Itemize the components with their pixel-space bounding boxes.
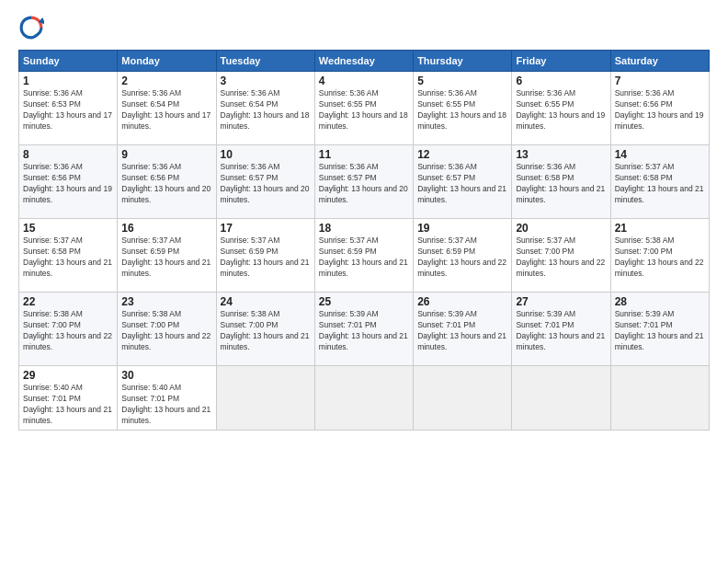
calendar-cell: 6 Sunrise: 5:36 AMSunset: 6:55 PMDayligh… bbox=[512, 72, 610, 145]
calendar-cell: 15 Sunrise: 5:37 AMSunset: 6:58 PMDaylig… bbox=[19, 219, 118, 293]
calendar-cell: 27 Sunrise: 5:39 AMSunset: 7:01 PMDaylig… bbox=[512, 293, 610, 366]
day-info: Sunrise: 5:37 AMSunset: 6:58 PMDaylight:… bbox=[615, 162, 705, 206]
day-number: 18 bbox=[319, 222, 409, 235]
day-info: Sunrise: 5:38 AMSunset: 7:00 PMDaylight:… bbox=[121, 309, 211, 353]
day-number: 25 bbox=[319, 295, 409, 308]
day-number: 10 bbox=[221, 148, 311, 161]
calendar-cell: 25 Sunrise: 5:39 AMSunset: 7:01 PMDaylig… bbox=[314, 293, 413, 366]
day-info: Sunrise: 5:39 AMSunset: 7:01 PMDaylight:… bbox=[417, 309, 507, 353]
calendar-cell: 29 Sunrise: 5:40 AMSunset: 7:01 PMDaylig… bbox=[19, 366, 118, 431]
day-info: Sunrise: 5:37 AMSunset: 6:59 PMDaylight:… bbox=[121, 236, 211, 280]
day-number: 20 bbox=[516, 222, 606, 235]
day-number: 24 bbox=[221, 295, 311, 308]
day-info: Sunrise: 5:36 AMSunset: 6:53 PMDaylight:… bbox=[23, 88, 113, 132]
weekday-friday: Friday bbox=[512, 51, 610, 72]
day-info: Sunrise: 5:37 AMSunset: 6:59 PMDaylight:… bbox=[417, 236, 507, 280]
calendar-cell: 22 Sunrise: 5:38 AMSunset: 7:00 PMDaylig… bbox=[19, 293, 118, 366]
weekday-saturday: Saturday bbox=[610, 51, 709, 72]
day-number: 28 bbox=[615, 295, 705, 308]
calendar-cell: 3 Sunrise: 5:36 AMSunset: 6:54 PMDayligh… bbox=[216, 72, 314, 145]
day-number: 6 bbox=[516, 75, 606, 87]
calendar-cell bbox=[414, 366, 512, 431]
day-number: 8 bbox=[23, 148, 113, 161]
day-number: 5 bbox=[417, 75, 507, 87]
day-number: 26 bbox=[417, 295, 507, 308]
day-info: Sunrise: 5:36 AMSunset: 6:55 PMDaylight:… bbox=[417, 88, 507, 132]
calendar-cell bbox=[216, 366, 314, 431]
calendar-cell: 23 Sunrise: 5:38 AMSunset: 7:00 PMDaylig… bbox=[118, 293, 216, 366]
calendar-week-1: 1 Sunrise: 5:36 AMSunset: 6:53 PMDayligh… bbox=[19, 72, 710, 145]
calendar-cell: 12 Sunrise: 5:36 AMSunset: 6:57 PMDaylig… bbox=[414, 145, 512, 219]
day-number: 12 bbox=[417, 148, 507, 161]
day-number: 11 bbox=[319, 148, 409, 161]
calendar-cell: 4 Sunrise: 5:36 AMSunset: 6:55 PMDayligh… bbox=[314, 72, 413, 145]
day-info: Sunrise: 5:37 AMSunset: 6:59 PMDaylight:… bbox=[319, 236, 409, 280]
calendar-cell bbox=[610, 366, 709, 431]
calendar-week-3: 15 Sunrise: 5:37 AMSunset: 6:58 PMDaylig… bbox=[19, 219, 710, 293]
day-info: Sunrise: 5:36 AMSunset: 6:57 PMDaylight:… bbox=[221, 162, 311, 206]
calendar-cell: 7 Sunrise: 5:36 AMSunset: 6:56 PMDayligh… bbox=[610, 72, 709, 145]
weekday-wednesday: Wednesday bbox=[314, 51, 413, 72]
calendar-week-4: 22 Sunrise: 5:38 AMSunset: 7:00 PMDaylig… bbox=[19, 293, 710, 366]
day-info: Sunrise: 5:39 AMSunset: 7:01 PMDaylight:… bbox=[516, 309, 606, 353]
calendar-cell: 2 Sunrise: 5:36 AMSunset: 6:54 PMDayligh… bbox=[118, 72, 216, 145]
calendar-cell: 21 Sunrise: 5:38 AMSunset: 7:00 PMDaylig… bbox=[610, 219, 709, 293]
weekday-tuesday: Tuesday bbox=[216, 51, 314, 72]
calendar-cell: 20 Sunrise: 5:37 AMSunset: 7:00 PMDaylig… bbox=[512, 219, 610, 293]
calendar-cell: 9 Sunrise: 5:36 AMSunset: 6:56 PMDayligh… bbox=[118, 145, 216, 219]
day-info: Sunrise: 5:38 AMSunset: 7:00 PMDaylight:… bbox=[615, 236, 705, 280]
weekday-thursday: Thursday bbox=[414, 51, 512, 72]
day-info: Sunrise: 5:38 AMSunset: 7:00 PMDaylight:… bbox=[221, 309, 311, 353]
calendar-cell: 5 Sunrise: 5:36 AMSunset: 6:55 PMDayligh… bbox=[414, 72, 512, 145]
day-number: 19 bbox=[417, 222, 507, 235]
day-number: 17 bbox=[221, 222, 311, 235]
day-info: Sunrise: 5:36 AMSunset: 6:55 PMDaylight:… bbox=[516, 88, 606, 132]
day-info: Sunrise: 5:39 AMSunset: 7:01 PMDaylight:… bbox=[319, 309, 409, 353]
calendar-cell: 11 Sunrise: 5:36 AMSunset: 6:57 PMDaylig… bbox=[314, 145, 413, 219]
calendar-cell: 19 Sunrise: 5:37 AMSunset: 6:59 PMDaylig… bbox=[414, 219, 512, 293]
day-number: 29 bbox=[23, 369, 113, 382]
day-info: Sunrise: 5:37 AMSunset: 6:58 PMDaylight:… bbox=[23, 236, 113, 280]
calendar-cell: 18 Sunrise: 5:37 AMSunset: 6:59 PMDaylig… bbox=[314, 219, 413, 293]
calendar-week-2: 8 Sunrise: 5:36 AMSunset: 6:56 PMDayligh… bbox=[19, 145, 710, 219]
calendar-cell: 1 Sunrise: 5:36 AMSunset: 6:53 PMDayligh… bbox=[19, 72, 118, 145]
day-info: Sunrise: 5:37 AMSunset: 7:00 PMDaylight:… bbox=[516, 236, 606, 280]
day-info: Sunrise: 5:36 AMSunset: 6:57 PMDaylight:… bbox=[417, 162, 507, 206]
day-number: 4 bbox=[319, 75, 409, 87]
day-number: 7 bbox=[615, 75, 705, 87]
logo bbox=[18, 15, 48, 40]
weekday-header-row: SundayMondayTuesdayWednesdayThursdayFrid… bbox=[19, 51, 710, 72]
day-number: 16 bbox=[121, 222, 211, 235]
day-number: 21 bbox=[615, 222, 705, 235]
calendar-cell: 24 Sunrise: 5:38 AMSunset: 7:00 PMDaylig… bbox=[216, 293, 314, 366]
day-number: 9 bbox=[121, 148, 211, 161]
day-number: 30 bbox=[121, 369, 211, 382]
header bbox=[18, 15, 710, 40]
day-info: Sunrise: 5:36 AMSunset: 6:55 PMDaylight:… bbox=[319, 88, 409, 132]
weekday-sunday: Sunday bbox=[19, 51, 118, 72]
day-info: Sunrise: 5:39 AMSunset: 7:01 PMDaylight:… bbox=[615, 309, 705, 353]
day-info: Sunrise: 5:36 AMSunset: 6:58 PMDaylight:… bbox=[516, 162, 606, 206]
day-info: Sunrise: 5:38 AMSunset: 7:00 PMDaylight:… bbox=[23, 309, 113, 353]
day-info: Sunrise: 5:36 AMSunset: 6:56 PMDaylight:… bbox=[615, 88, 705, 132]
day-number: 27 bbox=[516, 295, 606, 308]
day-info: Sunrise: 5:36 AMSunset: 6:54 PMDaylight:… bbox=[121, 88, 211, 132]
day-number: 13 bbox=[516, 148, 606, 161]
calendar-cell bbox=[314, 366, 413, 431]
weekday-monday: Monday bbox=[118, 51, 216, 72]
day-info: Sunrise: 5:36 AMSunset: 6:54 PMDaylight:… bbox=[221, 88, 311, 132]
day-info: Sunrise: 5:36 AMSunset: 6:56 PMDaylight:… bbox=[121, 162, 211, 206]
day-info: Sunrise: 5:37 AMSunset: 6:59 PMDaylight:… bbox=[221, 236, 311, 280]
calendar-cell: 26 Sunrise: 5:39 AMSunset: 7:01 PMDaylig… bbox=[414, 293, 512, 366]
calendar-week-5: 29 Sunrise: 5:40 AMSunset: 7:01 PMDaylig… bbox=[19, 366, 710, 431]
day-number: 1 bbox=[23, 75, 113, 87]
day-number: 14 bbox=[615, 148, 705, 161]
day-number: 3 bbox=[221, 75, 311, 87]
calendar-cell: 17 Sunrise: 5:37 AMSunset: 6:59 PMDaylig… bbox=[216, 219, 314, 293]
day-info: Sunrise: 5:36 AMSunset: 6:57 PMDaylight:… bbox=[319, 162, 409, 206]
calendar-cell: 28 Sunrise: 5:39 AMSunset: 7:01 PMDaylig… bbox=[610, 293, 709, 366]
page: SundayMondayTuesdayWednesdayThursdayFrid… bbox=[0, 0, 728, 563]
day-number: 2 bbox=[121, 75, 211, 87]
day-info: Sunrise: 5:36 AMSunset: 6:56 PMDaylight:… bbox=[23, 162, 113, 206]
calendar-cell: 10 Sunrise: 5:36 AMSunset: 6:57 PMDaylig… bbox=[216, 145, 314, 219]
